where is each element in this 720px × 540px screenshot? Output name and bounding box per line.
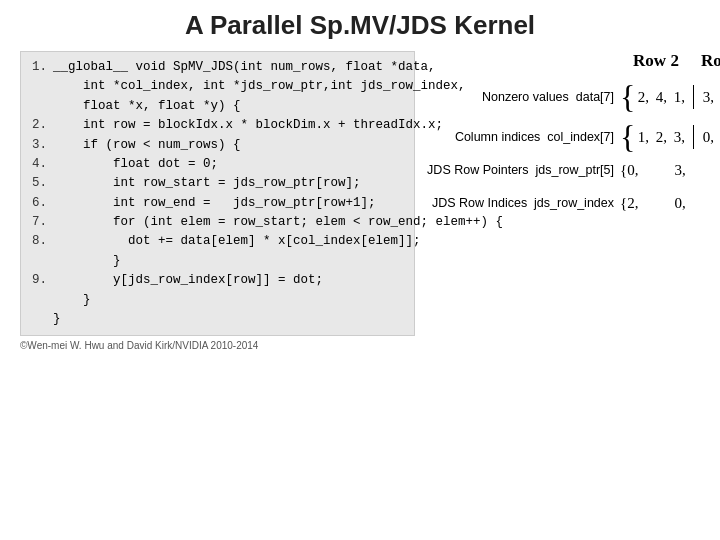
v1: 1, bbox=[635, 129, 651, 146]
line-number bbox=[29, 291, 47, 310]
footnote: ©Wen-mei W. Hwu and David Kirk/NVIDIA 20… bbox=[20, 340, 700, 351]
line-number bbox=[29, 310, 47, 329]
line-number: 2. bbox=[29, 116, 47, 135]
code-text: int row = blockIdx.x * blockDim.x + thre… bbox=[53, 116, 443, 135]
content-area: 1.__global__ void SpMV_JDS(int num_rows,… bbox=[20, 51, 700, 336]
code-line: 7. for (int elem = row_start; elem < row… bbox=[29, 213, 406, 232]
v4: 0, bbox=[700, 129, 716, 146]
code-line: int *col_index, int *jds_row_ptr,int jds… bbox=[29, 77, 406, 96]
col-indices-label: Column indices col_index[7] bbox=[425, 130, 620, 144]
data-rows-container: Nonzero values data[7] { 2, 4, 1, 3, 1, bbox=[425, 81, 720, 227]
code-text: float dot = 0; bbox=[53, 155, 218, 174]
code-line: 4. float dot = 0; bbox=[29, 155, 406, 174]
code-text: if (row < num_rows) { bbox=[53, 136, 241, 155]
v1: 2, bbox=[635, 89, 651, 106]
v1: 3, bbox=[638, 162, 710, 179]
group1: 1, 2, 3, bbox=[635, 129, 687, 146]
nonzero-values-row: Nonzero values data[7] { 2, 4, 1, 3, 1, bbox=[425, 81, 720, 113]
jds-row-pointers-row: JDS Row Pointers jds_row_ptr[5] {0, 3, 5… bbox=[425, 161, 720, 179]
code-text: int *col_index, int *jds_row_ptr,int jds… bbox=[53, 77, 466, 96]
code-line: 6. int row_end = jds_row_ptr[row+1]; bbox=[29, 194, 406, 213]
line-number bbox=[29, 77, 47, 96]
jds-row-idx-label: JDS Row Indices jds_row_index bbox=[425, 196, 620, 210]
code-line: 5. int row_start = jds_row_ptr[row]; bbox=[29, 174, 406, 193]
line-number bbox=[29, 97, 47, 116]
right-panel: Row 2 Row 0 Row 3 Nonzero values data[7]… bbox=[425, 51, 720, 227]
line-number: 7. bbox=[29, 213, 47, 232]
v4: 3, bbox=[700, 89, 716, 106]
code-text: __global__ void SpMV_JDS(int num_rows, f… bbox=[53, 58, 436, 77]
divider1 bbox=[693, 85, 694, 109]
line-number: 3. bbox=[29, 136, 47, 155]
line-number: 8. bbox=[29, 232, 47, 251]
code-line: 1.__global__ void SpMV_JDS(int num_rows,… bbox=[29, 58, 406, 77]
line-number: 6. bbox=[29, 194, 47, 213]
v2: 4, bbox=[653, 89, 669, 106]
jds-row-ptr-values: {0, 3, 5, 7,738 bbox=[620, 161, 720, 179]
code-text: int row_end = jds_row_ptr[row+1]; bbox=[53, 194, 376, 213]
nonzero-label: Nonzero values data[7] bbox=[425, 90, 620, 104]
code-text: int row_start = jds_row_ptr[row]; bbox=[53, 174, 361, 193]
code-line: } bbox=[29, 310, 406, 329]
page-title: A Parallel Sp.MV/JDS Kernel bbox=[20, 10, 700, 41]
open-val: {0, bbox=[620, 162, 638, 179]
v2: 2, bbox=[653, 129, 669, 146]
jds-row-idx-values: {2, 0, 3, 1 } bbox=[620, 187, 720, 219]
open-val: {2, bbox=[620, 195, 638, 212]
page: A Parallel Sp.MV/JDS Kernel 1.__global__… bbox=[0, 0, 720, 540]
code-text: dot += data[elem] * x[col_index[elem]]; bbox=[53, 232, 421, 251]
rh-labels: Row 2 Row 0 Row 3 bbox=[620, 51, 720, 71]
code-line: 3. if (row < num_rows) { bbox=[29, 136, 406, 155]
code-line: } bbox=[29, 252, 406, 271]
v3: 1, bbox=[671, 89, 687, 106]
v2: 5, bbox=[710, 162, 720, 179]
open-brace: { bbox=[620, 121, 635, 153]
code-line: float *x, float *y) { bbox=[29, 97, 406, 116]
row-header-2: Row 2 bbox=[620, 51, 692, 71]
code-block: 1.__global__ void SpMV_JDS(int num_rows,… bbox=[20, 51, 415, 336]
code-line: 9. y[jds_row_index[row]] = dot; bbox=[29, 271, 406, 290]
line-number: 1. bbox=[29, 58, 47, 77]
line-number: 9. bbox=[29, 271, 47, 290]
code-text: } bbox=[53, 310, 61, 329]
v2: 3, bbox=[710, 195, 720, 212]
group2: 3, 1, bbox=[700, 89, 720, 106]
col-indices-row: Column indices col_index[7] { 1, 2, 3, 0… bbox=[425, 121, 720, 153]
row-headers-row: Row 2 Row 0 Row 3 bbox=[425, 51, 720, 71]
group1: 2, 4, 1, bbox=[635, 89, 687, 106]
code-text: y[jds_row_index[row]] = dot; bbox=[53, 271, 323, 290]
open-brace: { bbox=[620, 81, 635, 113]
code-line: 2. int row = blockIdx.x * blockDim.x + t… bbox=[29, 116, 406, 135]
code-text: } bbox=[53, 291, 91, 310]
v3: 3, bbox=[671, 129, 687, 146]
v1: 0, bbox=[638, 195, 710, 212]
col-indices-values: { 1, 2, 3, 0, 2, 0, bbox=[620, 121, 720, 153]
row-header-0: Row 0 bbox=[692, 51, 720, 71]
jds-row-ptr-label: JDS Row Pointers jds_row_ptr[5] bbox=[425, 163, 620, 177]
line-number bbox=[29, 252, 47, 271]
line-number: 4. bbox=[29, 155, 47, 174]
code-line: } bbox=[29, 291, 406, 310]
code-line: 8. dot += data[elem] * x[col_index[elem]… bbox=[29, 232, 406, 251]
code-text: float *x, float *y) { bbox=[53, 97, 241, 116]
code-text: } bbox=[53, 252, 121, 271]
divider1 bbox=[693, 125, 694, 149]
line-number: 5. bbox=[29, 174, 47, 193]
group2: 0, 2, bbox=[700, 129, 720, 146]
nonzero-values: { 2, 4, 1, 3, 1, 1 bbox=[620, 81, 720, 113]
jds-row-indices-row: JDS Row Indices jds_row_index {2, 0, 3, … bbox=[425, 187, 720, 219]
